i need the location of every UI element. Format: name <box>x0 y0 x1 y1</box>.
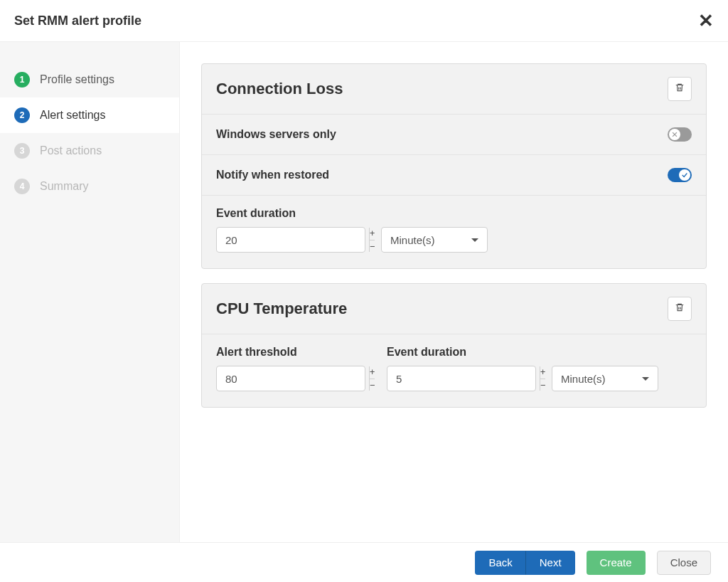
event-duration-stepper[interactable]: + − <box>387 366 536 391</box>
trash-icon <box>675 83 685 95</box>
chevron-down-icon <box>642 377 649 381</box>
card-cpu-temperature: CPU Temperature Alert threshold + <box>201 283 707 408</box>
stepper-increment-button[interactable]: + <box>370 366 375 379</box>
stepper-increment-button[interactable]: + <box>370 228 375 240</box>
step-number-badge: 1 <box>14 72 30 88</box>
stepper-increment-button[interactable]: + <box>540 366 545 379</box>
alert-threshold-input[interactable] <box>217 366 369 391</box>
back-next-button-group: Back Next <box>475 551 574 575</box>
create-button[interactable]: Create <box>587 551 646 575</box>
select-value: Minute(s) <box>390 234 435 246</box>
event-duration-input[interactable] <box>387 366 540 391</box>
wizard-sidebar: 1 Profile settings 2 Alert settings 3 Po… <box>0 42 180 542</box>
event-duration-label: Event duration <box>216 207 488 220</box>
next-button[interactable]: Next <box>526 551 575 575</box>
sidebar-item-alert-settings[interactable]: 2 Alert settings <box>0 97 179 133</box>
alert-threshold-label: Alert threshold <box>216 346 365 359</box>
stepper-decrement-button[interactable]: − <box>370 240 375 253</box>
alert-threshold-field: Alert threshold + − <box>216 346 365 391</box>
card-title: CPU Temperature <box>216 300 347 318</box>
notify-when-restored-toggle[interactable] <box>668 168 692 182</box>
step-number-badge: 2 <box>14 107 30 123</box>
event-duration-label: Event duration <box>387 346 658 359</box>
close-button[interactable]: Close <box>657 551 711 575</box>
event-duration-unit-select[interactable]: Minute(s) <box>381 227 488 253</box>
back-button[interactable]: Back <box>475 551 525 575</box>
chevron-down-icon <box>471 238 478 242</box>
close-icon[interactable]: ✕ <box>698 11 714 30</box>
sidebar-item-profile-settings[interactable]: 1 Profile settings <box>0 62 179 97</box>
event-duration-unit-select[interactable]: Minute(s) <box>552 366 658 391</box>
event-duration-field: Event duration + − Minute(s) <box>216 207 488 253</box>
main-panel: Connection Loss Windows servers only <box>180 42 728 542</box>
step-number-badge: 4 <box>14 179 30 194</box>
sidebar-item-post-actions[interactable]: 3 Post actions <box>0 133 179 169</box>
event-duration-input[interactable] <box>217 228 369 252</box>
trash-icon <box>675 302 685 315</box>
page-title: Set RMM alert profile <box>14 14 141 28</box>
step-number-badge: 3 <box>14 143 30 159</box>
windows-servers-only-label: Windows servers only <box>216 128 336 141</box>
card-connection-loss: Connection Loss Windows servers only <box>201 63 707 269</box>
delete-card-button[interactable] <box>668 77 692 101</box>
event-duration-stepper[interactable]: + − <box>216 227 365 253</box>
sidebar-item-label: Summary <box>40 180 88 193</box>
alert-threshold-stepper[interactable]: + − <box>216 366 365 391</box>
sidebar-item-label: Profile settings <box>40 73 114 86</box>
stepper-decrement-button[interactable]: − <box>540 379 545 391</box>
stepper-decrement-button[interactable]: − <box>370 379 375 391</box>
delete-card-button[interactable] <box>668 297 692 321</box>
windows-servers-only-toggle[interactable] <box>668 127 692 142</box>
event-duration-field: Event duration + − Minute(s) <box>387 346 658 391</box>
sidebar-item-label: Alert settings <box>40 109 105 122</box>
sidebar-item-label: Post actions <box>40 144 102 157</box>
select-value: Minute(s) <box>561 373 606 385</box>
notify-when-restored-label: Notify when restored <box>216 169 329 181</box>
card-title: Connection Loss <box>216 80 343 98</box>
sidebar-item-summary[interactable]: 4 Summary <box>0 169 179 204</box>
